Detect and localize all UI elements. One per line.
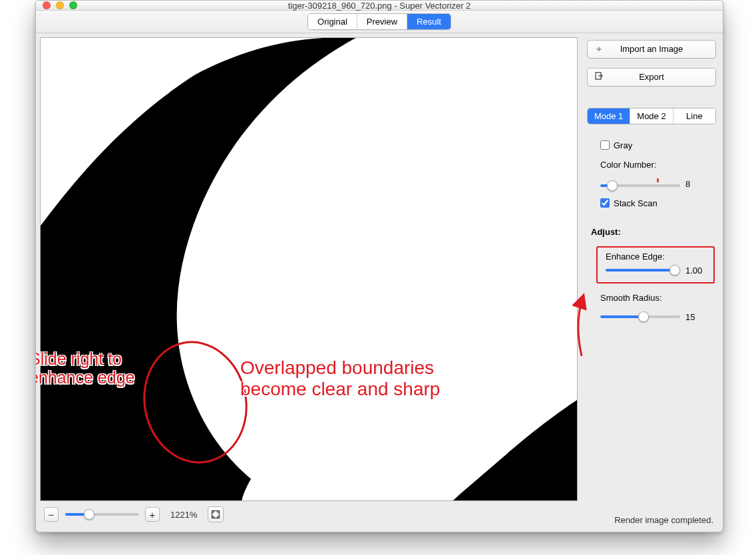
mode-2-button[interactable]: Mode 2 <box>630 108 672 124</box>
mode-1-button[interactable]: Mode 1 <box>588 108 630 124</box>
view-segmented: Original Preview Result <box>307 13 451 30</box>
toolbar: Original Preview Result <box>36 11 723 33</box>
window-controls <box>36 1 77 9</box>
tab-result[interactable]: Result <box>407 14 451 29</box>
zoom-icon[interactable] <box>69 1 77 9</box>
color-number-row: 8 <box>587 179 716 189</box>
import-label: Import an Image <box>620 44 683 54</box>
slider-tick-icon <box>657 178 659 182</box>
tab-original[interactable]: Original <box>308 14 357 29</box>
window-title: tiger-309218_960_720.png - Super Vectori… <box>36 1 723 11</box>
import-button[interactable]: ＋ Import an Image <box>587 40 716 59</box>
zoom-in-button[interactable]: + <box>145 507 160 522</box>
minimize-icon[interactable] <box>56 1 64 9</box>
zoom-bar: − + 1221% <box>40 501 578 528</box>
color-number-value: 8 <box>685 179 709 189</box>
canvas[interactable]: Overlapped boundaries become clear and s… <box>40 37 578 501</box>
titlebar: tiger-309218_960_720.png - Super Vectori… <box>36 1 723 11</box>
adjust-section-label: Adjust: <box>587 227 716 237</box>
stack-scan-checkbox[interactable] <box>600 198 610 208</box>
line-button[interactable]: Line <box>673 108 715 124</box>
app-window: tiger-309218_960_720.png - Super Vectori… <box>35 0 723 532</box>
sidebar: ＋ Import an Image Export Mode 1 Mode 2 L… <box>582 33 723 532</box>
gray-checkbox[interactable] <box>600 140 610 150</box>
stack-scan-label: Stack Scan <box>614 198 658 208</box>
canvas-area: Overlapped boundaries become clear and s… <box>36 33 582 532</box>
enhance-edge-highlight: Enhance Edge: 1.00 <box>596 246 715 283</box>
color-number-label: Color Number: <box>587 160 716 170</box>
enhance-edge-slider[interactable] <box>606 269 680 272</box>
gray-label: Gray <box>614 140 632 150</box>
export-label: Export <box>639 72 664 82</box>
smooth-radius-row: 15 <box>587 312 716 322</box>
zoom-slider[interactable] <box>65 513 138 516</box>
mode-segmented: Mode 1 Mode 2 Line <box>587 108 716 124</box>
smooth-radius-slider[interactable] <box>600 315 680 318</box>
tab-preview[interactable]: Preview <box>357 14 407 29</box>
stack-scan-row[interactable]: Stack Scan <box>587 198 716 208</box>
status-text: Render image completed. <box>614 515 713 525</box>
content-area: Overlapped boundaries become clear and s… <box>36 33 723 532</box>
plus-icon: ＋ <box>594 43 604 55</box>
export-button[interactable]: Export <box>587 68 716 87</box>
smooth-radius-value: 15 <box>685 312 709 322</box>
enhance-edge-value: 1.00 <box>685 266 709 276</box>
export-icon <box>594 71 604 83</box>
color-number-slider[interactable] <box>600 184 680 187</box>
enhance-edge-label: Enhance Edge: <box>600 252 711 262</box>
fit-to-screen-button[interactable] <box>208 506 224 522</box>
vector-preview <box>41 38 577 500</box>
gray-checkbox-row[interactable]: Gray <box>587 140 716 150</box>
zoom-out-button[interactable]: − <box>44 507 59 522</box>
smooth-radius-label: Smooth Radius: <box>587 293 716 303</box>
fullscreen-icon <box>211 510 220 519</box>
zoom-percent: 1221% <box>166 510 201 520</box>
close-icon[interactable] <box>43 1 51 9</box>
